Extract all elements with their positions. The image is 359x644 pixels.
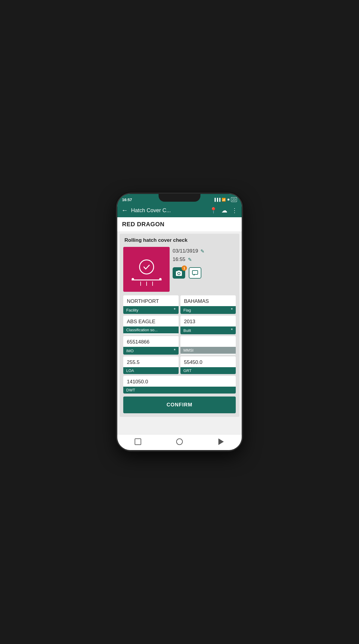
status-time: 16:57 bbox=[122, 198, 132, 202]
flag-label: Flag * bbox=[180, 306, 236, 314]
flag-cell[interactable]: BAHAMAS Flag * bbox=[180, 295, 236, 314]
ship-name: RED DRAGON bbox=[122, 221, 165, 227]
classification-value: ABS EAGLE bbox=[123, 316, 179, 326]
comment-button[interactable] bbox=[189, 267, 201, 279]
phone-frame: 16:57 ▐▐▐ 📶 ✱ 23 ← Hatch Cover C... 📍 ☁ … bbox=[117, 193, 242, 451]
vessel-image bbox=[123, 247, 170, 292]
form-title: Rolling hatch cover check bbox=[123, 237, 236, 243]
built-cell[interactable]: 2013 Built * bbox=[180, 316, 236, 334]
imo-label: IMO * bbox=[123, 347, 179, 355]
time-edit-icon[interactable]: ✎ bbox=[188, 257, 192, 262]
svg-rect-1 bbox=[192, 271, 198, 274]
header-icons: 📍 ☁ ⋮ bbox=[210, 207, 238, 214]
checkmark-circle bbox=[139, 259, 154, 274]
nav-square-icon bbox=[135, 438, 141, 445]
grt-value: 55450.0 bbox=[180, 356, 236, 367]
grt-cell[interactable]: 55450.0 GRT bbox=[180, 356, 236, 374]
nav-circle-icon bbox=[176, 438, 183, 445]
confirm-button[interactable]: CONFIRM bbox=[123, 397, 236, 413]
built-value: 2013 bbox=[180, 316, 236, 326]
mmsi-cell[interactable]: MMSI bbox=[180, 336, 236, 355]
facility-required: * bbox=[174, 307, 176, 313]
date-row: 03/11/3919 ✎ bbox=[173, 248, 236, 254]
built-required: * bbox=[231, 328, 233, 333]
classification-label: Classification so... bbox=[123, 326, 179, 333]
nav-back-button[interactable] bbox=[217, 438, 225, 446]
date-value: 03/11/3919 bbox=[173, 248, 198, 254]
nav-triangle-icon bbox=[218, 438, 224, 445]
nav-home-button[interactable] bbox=[175, 438, 184, 446]
app-header: ← Hatch Cover C... 📍 ☁ ⋮ bbox=[117, 203, 242, 217]
data-grid: NORTHPORT Facility * BAHAMAS Flag * bbox=[123, 295, 236, 394]
flag-required: * bbox=[231, 307, 233, 313]
imo-cell[interactable]: 65514866 IMO * bbox=[123, 336, 179, 355]
dwt-value: 141050.0 bbox=[123, 376, 236, 387]
more-options-icon[interactable]: ⋮ bbox=[232, 207, 238, 214]
phone-notch bbox=[159, 193, 200, 202]
facility-value: NORTHPORT bbox=[123, 295, 179, 306]
classification-cell[interactable]: ABS EAGLE Classification so... bbox=[123, 316, 179, 334]
action-icons-row: 1 bbox=[173, 267, 236, 279]
back-button[interactable]: ← bbox=[121, 206, 128, 214]
main-content: RED DRAGON Rolling hatch cover check bbox=[117, 217, 242, 434]
mmsi-label: MMSI bbox=[180, 347, 236, 354]
time-row: 16:55 ✎ bbox=[173, 256, 236, 262]
status-icons: ▐▐▐ 📶 ✱ 23 bbox=[213, 197, 237, 202]
loa-cell[interactable]: 255.5 LOA bbox=[123, 356, 179, 374]
vessel-schematic bbox=[132, 280, 162, 286]
header-title: Hatch Cover C... bbox=[131, 207, 207, 214]
ship-name-bar: RED DRAGON bbox=[117, 217, 242, 231]
svg-point-0 bbox=[178, 273, 180, 274]
facility-cell[interactable]: NORTHPORT Facility * bbox=[123, 295, 179, 314]
phone-screen: 16:57 ▐▐▐ 📶 ✱ 23 ← Hatch Cover C... 📍 ☁ … bbox=[117, 194, 242, 450]
location-icon[interactable]: 📍 bbox=[210, 207, 217, 214]
cloud-icon[interactable]: ☁ bbox=[221, 207, 227, 214]
image-datetime-row: 03/11/3919 ✎ 16:55 ✎ bbox=[123, 247, 236, 292]
built-label: Built * bbox=[180, 326, 236, 334]
datetime-section: 03/11/3919 ✎ 16:55 ✎ bbox=[173, 247, 236, 292]
loa-label: LOA bbox=[123, 367, 179, 374]
facility-label: Facility * bbox=[123, 306, 179, 314]
loa-value: 255.5 bbox=[123, 356, 179, 367]
mmsi-value bbox=[180, 336, 236, 347]
flag-value: BAHAMAS bbox=[180, 295, 236, 306]
form-section: Rolling hatch cover check bbox=[120, 234, 239, 417]
dwt-cell[interactable]: 141050.0 DWT bbox=[123, 376, 236, 394]
battery-icon: 23 bbox=[231, 197, 237, 202]
bluetooth-icon: ✱ bbox=[227, 198, 230, 202]
time-value: 16:55 bbox=[173, 256, 185, 262]
imo-required: * bbox=[174, 348, 176, 353]
wifi-icon: 📶 bbox=[222, 198, 226, 202]
bottom-nav bbox=[117, 434, 242, 450]
date-edit-icon[interactable]: ✎ bbox=[200, 248, 204, 254]
imo-value: 65514866 bbox=[123, 336, 179, 347]
nav-recent-apps-button[interactable] bbox=[134, 438, 142, 446]
camera-button[interactable]: 1 bbox=[173, 267, 185, 279]
dwt-label: DWT bbox=[123, 387, 236, 394]
camera-badge: 1 bbox=[182, 265, 187, 271]
signal-icon: ▐▐▐ bbox=[213, 198, 220, 201]
grt-label: GRT bbox=[180, 367, 236, 374]
